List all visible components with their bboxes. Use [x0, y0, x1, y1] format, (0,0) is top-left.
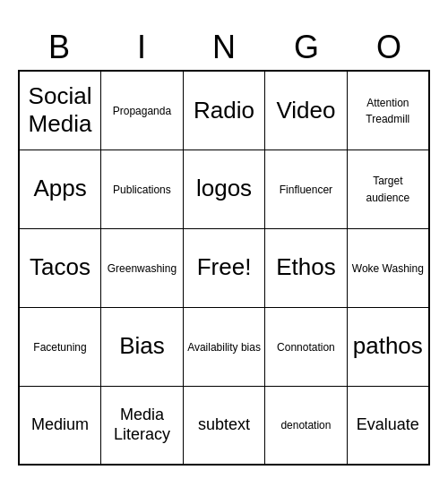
bingo-header: B I N G O	[18, 21, 430, 70]
cell-r2-c3: Ethos	[265, 228, 347, 307]
cell-r0-c0: Social Media	[19, 71, 101, 150]
cell-r2-c4: Woke Washing	[347, 228, 429, 307]
bingo-grid: Social MediaPropagandaRadioVideoAttentio…	[18, 70, 430, 466]
header-b: B	[18, 29, 100, 66]
cell-r1-c1: Publications	[101, 150, 184, 228]
cell-r1-c4: Target audience	[347, 150, 429, 228]
cell-r3-c2: Availability bias	[183, 307, 264, 386]
cell-r4-c0: Medium	[19, 386, 101, 465]
cell-r0-c4: Attention Treadmill	[347, 71, 429, 150]
cell-r4-c3: denotation	[265, 386, 347, 465]
cell-r2-c0: Tacos	[19, 228, 101, 307]
cell-r1-c2: logos	[183, 150, 264, 228]
cell-r4-c1: Media Literacy	[101, 386, 184, 465]
cell-r1-c0: Apps	[19, 150, 101, 228]
cell-r0-c2: Radio	[183, 71, 264, 150]
cell-r3-c3: Connotation	[265, 307, 347, 386]
cell-r4-c2: subtext	[183, 386, 264, 465]
cell-r3-c1: Bias	[101, 307, 184, 386]
header-o: O	[348, 29, 430, 66]
cell-r1-c3: Finfluencer	[265, 150, 347, 228]
cell-r2-c1: Greenwashing	[101, 228, 184, 307]
cell-r2-c2: Free!	[183, 228, 264, 307]
cell-r0-c3: Video	[265, 71, 347, 150]
header-i: I	[100, 29, 183, 66]
header-g: G	[265, 29, 348, 66]
header-n: N	[183, 29, 265, 66]
cell-r3-c4: pathos	[347, 307, 429, 386]
cell-r4-c4: Evaluate	[347, 386, 429, 465]
cell-r0-c1: Propaganda	[101, 71, 184, 150]
cell-r3-c0: Facetuning	[19, 307, 101, 386]
